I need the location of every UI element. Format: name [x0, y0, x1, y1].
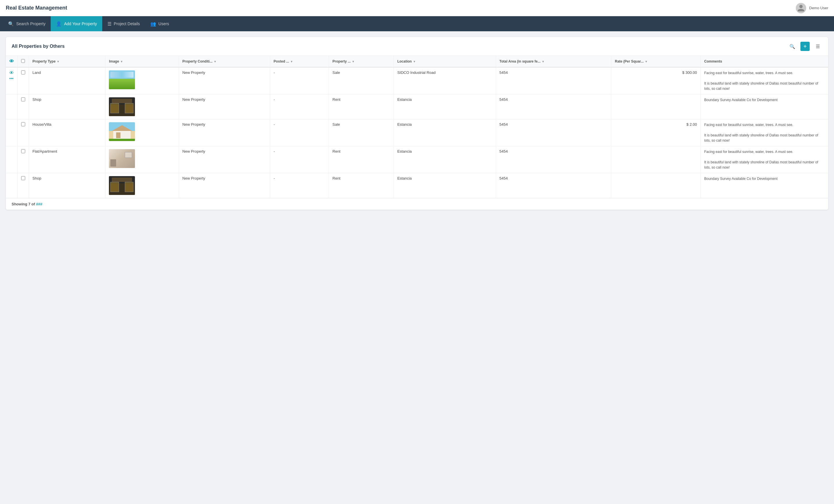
cell-area: 5454: [496, 173, 611, 198]
footer-bar: Showing 7 of ###: [6, 198, 828, 210]
cell-property-type: Shop: [29, 94, 105, 119]
properties-card: All Properties by Others 🔍 + ☰: [6, 37, 828, 210]
nav-project-label: Project Details: [114, 21, 140, 26]
th-location-label: Location: [397, 59, 412, 63]
footer-showing: Showing 7 of ###: [12, 202, 42, 206]
table-row: Shop New Property-RentEstancia5454Bounda…: [6, 94, 828, 119]
nav-project-details[interactable]: ☰ Project Details: [102, 16, 145, 31]
sort-area-icon: ▼: [542, 60, 545, 63]
th-posted-label: Posted ...: [273, 59, 289, 63]
cell-property-type: House/Villa: [29, 119, 105, 146]
table-wrap: 👁 Property Type ▼: [6, 56, 828, 198]
avatar: [796, 3, 806, 13]
th-comments: Comments: [701, 56, 828, 67]
th-rate-label: Rate (Per Squar...: [615, 59, 643, 63]
sort-loc-icon: ▼: [413, 60, 416, 63]
card-actions: 🔍 + ☰: [788, 42, 822, 51]
user-info: Demo User: [796, 3, 828, 13]
sort-rate-icon: ▼: [645, 60, 648, 63]
row-eye-icon[interactable]: 👁: [9, 70, 14, 75]
user-name: Demo User: [809, 6, 828, 10]
cell-comments: Facing east for beautiful sunrise, water…: [701, 146, 828, 173]
sort-cond-icon: ▼: [214, 60, 217, 63]
card-title: All Properties by Others: [12, 44, 65, 49]
th-condition-label: Property Conditi...: [182, 59, 213, 63]
cell-comments: Boundary Survey Available Co for Develop…: [701, 94, 828, 119]
cell-area: 5454: [496, 94, 611, 119]
cell-posted: -: [270, 146, 329, 173]
nav-search[interactable]: 🔍 Search Property: [3, 16, 51, 31]
nav-users-label: Users: [158, 21, 169, 26]
cell-condition: New Property: [179, 119, 270, 146]
sort-prop-icon: ▼: [352, 60, 355, 63]
eye-header-icon: 👁: [9, 59, 14, 64]
add-button[interactable]: +: [800, 42, 810, 51]
search-button[interactable]: 🔍: [788, 42, 797, 51]
cell-image: [105, 94, 179, 119]
card-header: All Properties by Others 🔍 + ☰: [6, 37, 828, 56]
cell-area: 5454: [496, 146, 611, 173]
users-nav-icon: 👥: [150, 21, 156, 27]
sort-posted-icon: ▼: [290, 60, 293, 63]
cell-location: SIDCO Industrial Road: [394, 67, 496, 94]
th-property-type-label: Property Type: [32, 59, 56, 63]
th-image-label: Image: [109, 59, 119, 63]
cell-posted: -: [270, 94, 329, 119]
cell-area: 5454: [496, 119, 611, 146]
table-row: House/Villa New Property-SaleEstancia545…: [6, 119, 828, 146]
select-all-checkbox[interactable]: [21, 59, 25, 63]
cell-rate: [611, 94, 701, 119]
sort-type-icon: ▼: [57, 60, 60, 63]
row-dots-icon[interactable]: •••: [9, 76, 14, 81]
cell-condition: New Property: [179, 67, 270, 94]
cell-condition: New Property: [179, 146, 270, 173]
th-rate: Rate (Per Squar... ▼: [611, 56, 701, 67]
nav-search-label: Search Property: [16, 21, 45, 26]
th-posted: Posted ... ▼: [270, 56, 329, 67]
footer-total: ###: [36, 202, 43, 206]
th-eye: 👁: [6, 56, 18, 67]
add-nav-icon: 👤: [56, 21, 62, 27]
th-check: [18, 56, 29, 67]
table-row: Flat/Apartment New Property-RentEstancia…: [6, 146, 828, 173]
footer-prefix: Showing 7 of: [12, 202, 35, 206]
row-checkbox[interactable]: [21, 122, 25, 126]
nav-add-property[interactable]: 👤 Add Your Property: [51, 16, 102, 31]
th-area: Total Area (in square fe... ▼: [496, 56, 611, 67]
th-property: Property ... ▼: [329, 56, 394, 67]
cell-comments: Facing east for beautiful sunrise, water…: [701, 67, 828, 94]
cell-rate: [611, 173, 701, 198]
cell-property-sale-rent: Rent: [329, 146, 394, 173]
table-head: 👁 Property Type ▼: [6, 56, 828, 67]
cell-property-type: Flat/Apartment: [29, 146, 105, 173]
hamburger-icon: ☰: [816, 44, 820, 49]
th-area-label: Total Area (in square fe...: [500, 59, 541, 63]
main-content: All Properties by Others 🔍 + ☰: [0, 31, 834, 216]
search-nav-icon: 🔍: [8, 21, 14, 27]
cell-condition: New Property: [179, 173, 270, 198]
table-row: Shop New Property-RentEstancia5454Bounda…: [6, 173, 828, 198]
cell-property-sale-rent: Rent: [329, 94, 394, 119]
cell-image: [105, 119, 179, 146]
app-title: Real Estate Management: [6, 5, 67, 11]
properties-table: 👁 Property Type ▼: [6, 56, 828, 198]
th-property-type: Property Type ▼: [29, 56, 105, 67]
nav-users[interactable]: 👥 Users: [145, 16, 174, 31]
cell-image: [105, 173, 179, 198]
cell-rate: $ 300.00: [611, 67, 701, 94]
top-bar: Real Estate Management Demo User: [0, 0, 834, 16]
th-image: Image ▼: [105, 56, 179, 67]
menu-button[interactable]: ☰: [813, 42, 822, 51]
th-property-label: Property ...: [332, 59, 351, 63]
row-checkbox[interactable]: [21, 97, 25, 102]
cell-comments: Boundary Survey Available Co for Develop…: [701, 173, 828, 198]
cell-location: Estancia: [394, 94, 496, 119]
row-checkbox[interactable]: [21, 70, 25, 74]
cell-property-type: Land: [29, 67, 105, 94]
cell-image: [105, 146, 179, 173]
cell-comments: Facing east for beautiful sunrise, water…: [701, 119, 828, 146]
row-checkbox[interactable]: [21, 149, 25, 153]
cell-location: Estancia: [394, 173, 496, 198]
row-checkbox[interactable]: [21, 176, 25, 180]
cell-condition: New Property: [179, 94, 270, 119]
